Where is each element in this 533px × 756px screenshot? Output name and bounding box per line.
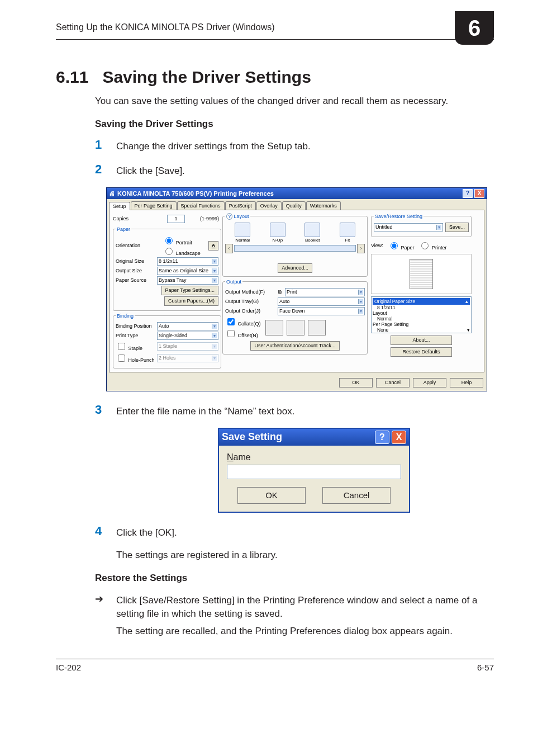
section-heading: 6.11 Saving the Driver Settings [56,68,494,87]
cancel-button[interactable]: Cancel [376,378,410,388]
paper-source-select[interactable]: Bypass Tray▾ [157,276,218,285]
restore-line-1: Click [Save/Restore Setting] in the Prin… [116,594,494,621]
layout-scroll-right[interactable]: › [357,244,365,253]
collate-checkbox[interactable]: Collate(Q) [225,316,261,327]
about-button[interactable]: About... [391,336,452,345]
copies-input[interactable]: 1 [167,215,185,223]
print-type-label: Print Type [116,333,155,338]
help-button[interactable]: Help [450,378,483,388]
output-tray-select[interactable]: Auto▾ [278,297,365,306]
output-size-select[interactable]: Same as Original Size▾ [157,267,218,275]
page-preview-icon [410,259,433,289]
chevron-down-icon: ▾ [436,225,441,230]
ok-button[interactable]: OK [339,378,373,388]
view-paper-radio[interactable]: Paper [388,240,415,251]
step-number-2: 2 [95,162,116,177]
close-icon[interactable]: X [392,431,406,444]
name-label: Name [227,452,401,462]
chevron-down-icon: ▾ [212,344,217,349]
arrow-bullet-icon: ➔ [95,592,116,605]
cancel-button[interactable]: Cancel [322,487,391,504]
chapter-number: 6 [468,16,480,41]
staple-label: Staple [129,346,143,351]
tab-setup[interactable]: Setup [109,202,130,210]
hole-punch-label: Hole-Punch [129,357,155,363]
binding-position-select[interactable]: Auto▾ [157,322,218,330]
summary-scroll-down[interactable]: ▾ [467,327,470,333]
print-type-value: Single-Sided [159,333,187,338]
layout-fit[interactable]: Fit [337,223,358,243]
output-order-select[interactable]: Face Down▾ [278,307,365,315]
original-size-select[interactable]: 8 1/2x11▾ [157,257,218,266]
output-method-select[interactable]: Print▾ [285,288,365,296]
name-input[interactable] [227,465,401,479]
tab-per-page-setting[interactable]: Per Page Setting [131,201,177,210]
offset-checkbox[interactable]: Offset(N) [225,328,261,339]
step-number-3: 3 [95,403,116,417]
original-size-label: Original Size [116,258,155,264]
output-tray-value: Auto [279,299,290,304]
close-icon[interactable]: X [474,189,484,198]
help-icon[interactable]: ? [463,189,473,198]
output-tray-icon [308,320,326,336]
orientation-landscape-radio[interactable]: Landscape [163,246,201,256]
step-text-1: Change the driver settings from the Setu… [116,138,311,154]
user-authentication-button[interactable]: User Authentication/Account Track... [250,341,339,351]
hole-punch-checkbox[interactable]: Hole-Punch [116,353,155,363]
output-method-icon: 🗎 [278,289,283,295]
view-printer-radio[interactable]: Printer [418,240,446,251]
layout-group-legend: ? Layout [225,214,250,219]
orientation-portrait-radio[interactable]: Portrait [163,235,201,245]
layout-normal[interactable]: Normal [232,223,253,243]
layout-legend-text: Layout [234,214,249,219]
restore-defaults-button[interactable]: Restore Defaults [391,347,452,357]
layout-group: ? Layout Normal N-Up Booklet Fit ‹ [222,214,368,277]
layout-booklet-icon [304,223,320,237]
running-header: Setting Up the KONICA MINOLTA PS Driver … [56,22,494,36]
apply-button[interactable]: Apply [413,378,446,388]
binding-group-legend: Binding [116,313,135,319]
hole-punch-value: 2 Holes [159,355,176,361]
staple-checkbox[interactable]: Staple [116,341,155,352]
orientation-label: Orientation [116,243,155,248]
paper-type-settings-button[interactable]: Paper Type Settings... [161,286,218,295]
layout-booklet[interactable]: Booklet [302,223,322,243]
paper-source-label: Paper Source [116,277,155,283]
dialog-title: KONICA MINOLTA 750/600 PS(V) Printing Pr… [117,190,274,197]
save-restore-legend: Save/Restore Setting [374,214,423,219]
chevron-down-icon: ▾ [358,299,363,304]
dialog-footer: OK Cancel Apply Help [107,375,487,391]
chevron-down-icon: ▾ [358,290,363,295]
orientation-a-button[interactable]: A [208,241,218,251]
chevron-down-icon: ▾ [212,324,217,329]
output-method-label: Output Method(F) [225,289,275,295]
tab-special-functions[interactable]: Special Functions [177,201,225,210]
layout-advanced-button[interactable]: Advanced... [278,263,312,273]
tab-quality[interactable]: Quality [282,201,306,210]
help-icon[interactable]: ? [375,431,389,444]
page-footer: IC-202 6-57 [56,659,494,672]
save-setting-dialog: Save Setting ? X Name OK Cancel [218,428,410,513]
layout-help-icon[interactable]: ? [226,213,232,220]
tab-overlay[interactable]: Overlay [256,201,282,210]
layout-scroll-track[interactable] [234,245,356,252]
print-type-select[interactable]: Single-Sided▾ [157,332,218,340]
printing-preferences-dialog: 🖨 KONICA MINOLTA 750/600 PS(V) Printing … [106,187,487,391]
custom-papers-button[interactable]: Custom Papers...(M) [164,296,218,306]
save-button[interactable]: Save... [445,223,469,232]
subheading-saving: Saving the Driver Settings [95,119,494,130]
layout-normal-label: Normal [235,238,250,243]
tab-watermarks[interactable]: Watermarks [306,201,341,210]
layout-scroll-left[interactable]: ‹ [225,244,233,253]
subheading-restore: Restore the Settings [95,573,494,584]
tab-postscript[interactable]: PostScript [225,201,256,210]
binding-position-label: Binding Position [116,323,155,329]
output-size-label: Output Size [116,268,155,273]
summary-scroll-up[interactable]: ▴ [465,299,468,304]
layout-nup[interactable]: N-Up [268,223,288,243]
footer-right: 6-57 [477,663,494,672]
restore-line-2: The setting are recalled, and the Printi… [116,625,494,639]
settings-summary[interactable]: Original Paper Size▴ 8 1/2x11 Layout Nor… [371,296,472,333]
saved-setting-select[interactable]: Untitled▾ [374,223,443,231]
ok-button[interactable]: OK [237,487,306,504]
